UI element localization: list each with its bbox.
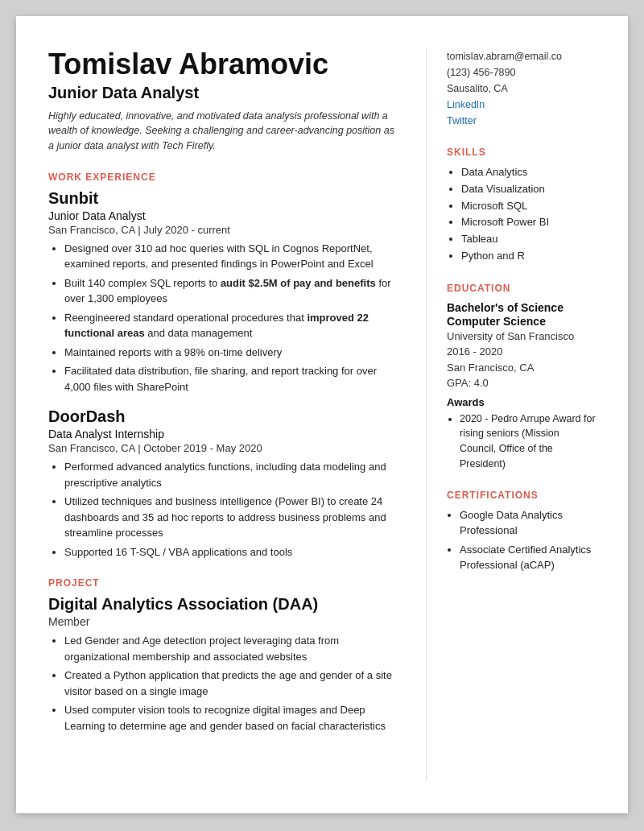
company-name-sunbit: Sunbit (48, 189, 402, 208)
job-location-doordash: San Francisco, CA | October 2019 - May 2… (48, 442, 402, 454)
doordash-bullets: Performed advanced analytics functions, … (48, 459, 402, 560)
education-heading: EDUCATION (447, 283, 596, 294)
project-bullet-3: Used computer vision tools to recognize … (64, 702, 402, 734)
company-sunbit: Sunbit Junior Data Analyst San Francisco… (48, 189, 402, 395)
certifications-heading: CERTIFICATIONS (447, 490, 596, 501)
work-experience-heading: WORK EXPERIENCE (48, 172, 402, 183)
job-title-sunbit: Junior Data Analyst (48, 209, 402, 222)
sunbit-bullet-5: Facilitated data distribution, file shar… (64, 363, 402, 395)
doordash-bullet-1: Performed advanced analytics functions, … (64, 459, 402, 490)
sunbit-bullet-4: Maintained reports with a 98% on-time de… (64, 345, 402, 361)
skill-2: Data Visualization (461, 181, 596, 198)
twitter-link[interactable]: Twitter (447, 113, 596, 129)
edu-field: Computer Science (447, 315, 596, 328)
award-1: 2020 - Pedro Arrupe Award for rising sen… (460, 411, 596, 472)
sunbit-bullet-1: Designed over 310 ad hoc queries with SQ… (64, 241, 402, 272)
left-column: Tomislav Abramovic Junior Data Analyst H… (48, 48, 427, 781)
contact-location: Sausalito, CA (447, 83, 508, 94)
company-name-doordash: DoorDash (48, 407, 402, 426)
contact-info: tomislav.abram@email.co (123) 456-7890 S… (447, 48, 596, 129)
sunbit-bullet-2: Built 140 complex SQL reports to audit $… (64, 275, 402, 307)
education-block: Bachelor's of Science Computer Science U… (447, 300, 596, 472)
contact-email: tomislav.abram@email.co (447, 51, 562, 62)
candidate-title: Junior Data Analyst (48, 84, 402, 102)
awards-list: 2020 - Pedro Arrupe Award for rising sen… (447, 411, 596, 472)
candidate-summary: Highly educated, innovative, and motivat… (48, 109, 402, 154)
cert-1: Google Data Analytics Professional (460, 507, 596, 539)
skill-4: Microsoft Power BI (461, 214, 596, 231)
project-role: Member (48, 615, 402, 628)
job-title-doordash: Data Analyst Internship (48, 428, 402, 440)
doordash-bullet-3: Supported 16 T-SQL / VBA applications an… (64, 544, 402, 560)
edu-years: 2016 - 2020 (447, 344, 596, 360)
certifications-list: Google Data Analytics Professional Assoc… (447, 507, 596, 573)
project-bullet-2: Created a Python application that predic… (64, 668, 402, 699)
edu-degree: Bachelor's of Science (447, 300, 596, 315)
edu-gpa: GPA: 4.0 (447, 375, 596, 391)
cert-2: Associate Certified Analytics Profession… (460, 542, 596, 573)
edu-location: San Francisco, CA (447, 360, 596, 376)
skill-3: Microsoft SQL (461, 198, 596, 215)
project-bullet-1: Led Gender and Age detection project lev… (64, 633, 402, 664)
project-heading: PROJECT (48, 577, 402, 589)
edu-school: University of San Francisco (447, 329, 596, 344)
skill-6: Python and R (461, 248, 596, 265)
skills-list: Data Analytics Data Visualization Micros… (447, 164, 596, 265)
contact-phone: (123) 456-7890 (447, 67, 515, 78)
doordash-bullet-2: Utilized techniques and business intelli… (64, 494, 402, 541)
skill-1: Data Analytics (461, 164, 596, 181)
job-location-sunbit: San Francisco, CA | July 2020 - current (48, 224, 402, 236)
project-bullets: Led Gender and Age detection project lev… (48, 633, 402, 734)
sunbit-bold-3: improved 22 functional areas (64, 312, 369, 340)
sunbit-bullet-3: Reengineered standard operational proced… (64, 310, 402, 341)
project-daa: Digital Analytics Association (DAA) Memb… (48, 595, 402, 734)
company-doordash: DoorDash Data Analyst Internship San Fra… (48, 407, 402, 560)
skill-5: Tableau (461, 231, 596, 248)
awards-heading: Awards (447, 396, 596, 408)
project-name: Digital Analytics Association (DAA) (48, 595, 402, 614)
candidate-name: Tomislav Abramovic (48, 48, 402, 81)
right-column: tomislav.abram@email.co (123) 456-7890 S… (427, 48, 596, 781)
sunbit-bold-2: audit $2.5M of pay and benefits (221, 277, 376, 289)
resume-container: Tomislav Abramovic Junior Data Analyst H… (16, 16, 628, 813)
sunbit-bullets: Designed over 310 ad hoc queries with SQ… (48, 241, 402, 395)
linkedin-link[interactable]: LinkedIn (447, 97, 596, 113)
skills-heading: SKILLS (447, 147, 596, 158)
